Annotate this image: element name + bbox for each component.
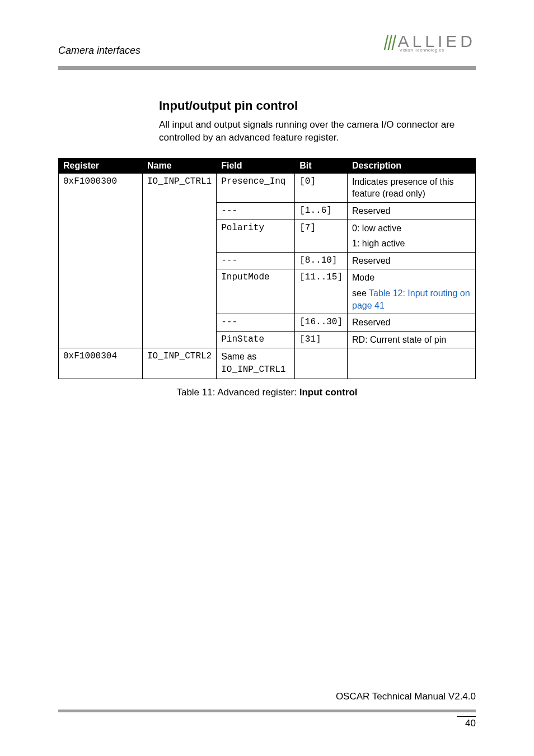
cell-desc: Reserved [348,252,476,269]
cell-desc: RD: Current state of pin [348,331,476,348]
header-divider [58,66,476,70]
table-header-row: Register Name Field Bit Description [59,158,476,173]
cell-desc: Mode see Table 12: Input routing on page… [348,269,476,314]
desc-line: 1: high active [352,237,471,250]
desc-line: Mode [352,272,471,284]
caption-bold: Input control [299,387,358,398]
table-caption: Table 11: Advanced register: Input contr… [58,387,476,398]
cell-bit [295,348,348,379]
table-row: 0xF1000304 IO_INP_CTRL2 Same as IO_INP_C… [59,348,476,379]
table-row: 0xF1000300 IO_INP_CTRL1 Presence_Inq [0]… [59,173,476,202]
cell-bit: [7] [295,220,348,252]
desc-prefix: see [352,288,369,298]
cross-ref-link[interactable]: Table 12: Input routing on page 41 [352,288,470,310]
col-name: Name [143,158,217,173]
footer-divider [58,710,476,712]
cell-bit: [31] [295,331,348,348]
cell-bit: [1..6] [295,203,348,220]
cell-desc: Reserved [348,314,476,332]
page-number: 40 [457,716,476,729]
cell-register: 0xF1000304 [59,348,143,379]
cell-bit: [0] [295,173,348,202]
cell-name: IO_INP_CTRL1 [143,173,217,348]
desc-line: see Table 12: Input routing on page 41 [352,287,471,311]
cell-desc: 0: low active 1: high active [348,220,476,252]
brand-logo: /// ALLIED Vision Technologies [383,31,476,55]
field-line: Same as [221,352,256,361]
section-title: Input/output pin control [159,99,476,113]
footer-manual-version: OSCAR Technical Manual V2.4.0 [336,691,476,702]
caption-prefix: Table 11: Advanced register: [176,387,299,398]
cell-field: --- [217,252,295,269]
cell-register: 0xF1000300 [59,173,143,348]
col-bit: Bit [295,158,348,173]
section-breadcrumb: Camera interfaces [58,45,140,57]
logo-brand-text: ALLIED [398,34,476,49]
col-description: Description [348,158,476,173]
cell-field: Same as IO_INP_CTRL1 [217,348,295,379]
cell-field: Polarity [217,220,295,252]
cell-desc: Reserved [348,203,476,220]
cell-field: PinState [217,331,295,348]
cell-bit: [11..15] [295,269,348,314]
cell-desc: Indicates presence of this feature (read… [348,173,476,202]
cell-desc [348,348,476,379]
cell-field: --- [217,314,295,332]
cell-field: InputMode [217,269,295,314]
field-line: IO_INP_CTRL1 [221,365,285,375]
input-control-table: Register Name Field Bit Description 0xF1… [58,158,476,379]
cell-bit: [16..30] [295,314,348,332]
section-intro: All input and output signals running ove… [159,119,472,144]
col-field: Field [217,158,295,173]
cell-name: IO_INP_CTRL2 [143,348,217,379]
cell-field: Presence_Inq [217,173,295,202]
logo-slashes-icon: /// [384,31,395,55]
col-register: Register [59,158,143,173]
desc-line: 0: low active [352,222,471,235]
cell-bit: [8..10] [295,252,348,269]
cell-field: --- [217,203,295,220]
